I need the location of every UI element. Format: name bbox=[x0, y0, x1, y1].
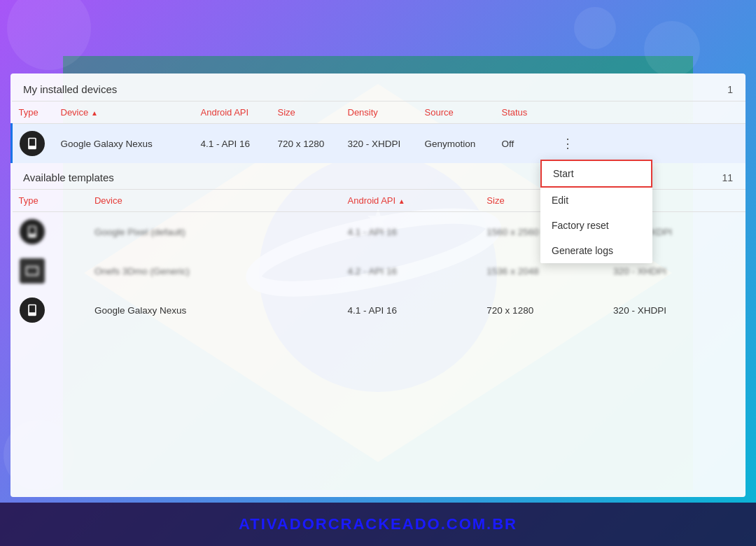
tmpl-type-cell-2 bbox=[12, 251, 88, 290]
installed-section-title: My installed devices bbox=[23, 83, 117, 95]
tmpl-device-cell-2: Onefs 3Dmo (Generic) bbox=[88, 251, 341, 290]
phone-icon bbox=[20, 131, 45, 156]
device-more-cell[interactable]: ⋮ bbox=[551, 124, 746, 164]
context-menu-edit[interactable]: Edit bbox=[540, 188, 652, 213]
installed-device-row[interactable]: Google Galaxy Nexus 4.1 - API 16 720 x 1… bbox=[12, 124, 746, 164]
main-panel: My installed devices 1 Type Device Andro… bbox=[10, 74, 746, 497]
col-header-source: Source bbox=[418, 102, 495, 124]
tmpl-phone-icon-1 bbox=[20, 219, 45, 244]
col-header-type: Type bbox=[12, 102, 54, 124]
context-menu-generate-logs[interactable]: Generate logs bbox=[540, 238, 652, 263]
tmpl-device-cell-3: Google Galaxy Nexus bbox=[88, 290, 341, 330]
col-header-status: Status bbox=[495, 102, 551, 124]
tmpl-phone-icon-3 bbox=[20, 298, 45, 323]
col-header-size: Size bbox=[271, 102, 341, 124]
col-header-api: Android API bbox=[194, 102, 271, 124]
installed-section-header: My installed devices 1 bbox=[10, 74, 746, 101]
tmpl-api-cell-3: 4.1 - API 16 bbox=[341, 290, 480, 330]
installed-table-header-row: Type Device Android API Size Density Sou… bbox=[12, 102, 746, 124]
col-header-actions bbox=[551, 102, 746, 124]
more-options-button[interactable]: ⋮ bbox=[558, 136, 578, 151]
installed-section-count: 1 bbox=[727, 84, 733, 95]
tmpl-density-cell-3: 320 - XHDPI bbox=[606, 290, 746, 330]
device-source-cell: Genymotion bbox=[418, 124, 495, 164]
tmpl-type-cell-3 bbox=[12, 290, 88, 330]
tmpl-tablet-icon bbox=[20, 258, 45, 284]
col-header-density: Density bbox=[341, 102, 418, 124]
context-menu: Start Edit Factory reset Generate logs bbox=[540, 160, 652, 263]
context-menu-start[interactable]: Start bbox=[540, 160, 652, 188]
device-api-cell: 4.1 - API 16 bbox=[194, 124, 271, 164]
tmpl-col-header-type: Type bbox=[12, 190, 88, 212]
tmpl-type-cell bbox=[12, 212, 88, 252]
installed-devices-table: Type Device Android API Size Density Sou… bbox=[10, 101, 746, 163]
device-type-cell bbox=[12, 124, 54, 164]
tmpl-device-cell-1: Google Pixel (default) bbox=[88, 212, 341, 252]
col-header-device[interactable]: Device bbox=[54, 102, 194, 124]
templates-section-title: Available templates bbox=[23, 172, 114, 183]
tmpl-size-cell-3: 720 x 1280 bbox=[479, 290, 606, 330]
template-row-3[interactable]: Google Galaxy Nexus 4.1 - API 16 720 x 1… bbox=[12, 290, 746, 330]
watermark-bar: ATIVADORCRACKEADO.COM.BR bbox=[0, 503, 756, 546]
tmpl-col-header-api[interactable]: Android API bbox=[341, 190, 480, 212]
device-status-cell: Off bbox=[495, 124, 551, 164]
device-size-cell: 720 x 1280 bbox=[271, 124, 341, 164]
templates-section-count: 11 bbox=[722, 172, 733, 183]
watermark-text: ATIVADORCRACKEADO.COM.BR bbox=[239, 515, 517, 533]
device-density-cell: 320 - XHDPI bbox=[341, 124, 418, 164]
tmpl-col-header-device: Device bbox=[88, 190, 341, 212]
context-menu-factory-reset[interactable]: Factory reset bbox=[540, 213, 652, 238]
device-name-cell: Google Galaxy Nexus bbox=[54, 124, 194, 164]
tmpl-api-cell-2: 4.2 - API 16 bbox=[341, 251, 480, 290]
tmpl-api-cell-1: 4.1 - API 16 bbox=[341, 212, 480, 252]
